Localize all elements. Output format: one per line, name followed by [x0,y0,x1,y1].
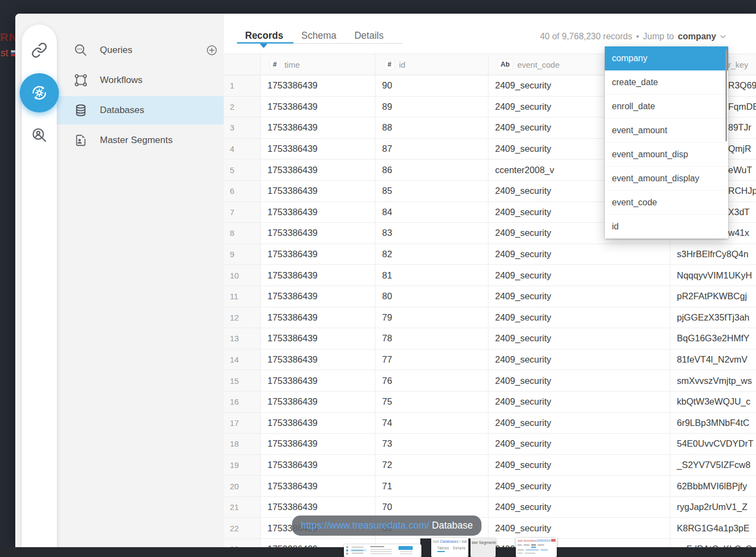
dropdown-item-event_amount[interactable]: event_amount [605,118,728,143]
jump-to-select[interactable]: company [678,32,716,42]
id-cell: 87 [376,139,489,159]
row-number-cell: 4 [224,139,261,159]
add-query-button[interactable] [206,44,218,56]
time-cell: 1753386439 [261,413,376,434]
thumb-databases-link: Databases [440,540,458,543]
window-thumbnail-current[interactable] [344,544,421,557]
table-row[interactable]: 201753386439712409_security62BbbMVI6lBPj… [224,476,756,497]
time-cell: 1753386439 [261,159,376,180]
row-number-cell: 21 [224,497,261,518]
time-cell: 1753386439 [261,328,376,349]
window-thumbnail-master-segments[interactable]: ster Segments [471,538,496,557]
dropdown-scrollbar[interactable] [725,50,727,141]
table-row[interactable]: 171753386439742409_security6r9LBp3MNbF4t… [224,413,756,434]
column-type-badge: # [270,60,279,69]
dropdown-item-enroll_date[interactable]: enroll_date [605,94,728,118]
table-row[interactable]: 211753386439702409_securityrygJap2rUmV1_… [224,497,756,518]
dropdown-item-event_code[interactable]: event_code [605,191,728,215]
row-number-cell: 10 [224,265,261,286]
table-row[interactable]: 151753386439762409_securitysmXvvszVmjtp_… [224,370,756,392]
nav-item-workflows[interactable]: Workflows [57,66,224,94]
key-cell: 81feVT4l_N2vmV [670,349,756,370]
row-number-cell: 13 [224,328,261,349]
key-cell: 62BbbMVI6lBPjfy [670,476,756,496]
id-cell: 84 [376,202,489,223]
records-toolbar: 40 of 9,768,230 records • Jump to compan… [540,32,726,42]
event-code-cell: 2409_security [489,434,670,454]
time-cell: 1753386439 [261,307,376,328]
nav-item-label: Master Segments [100,135,172,146]
time-cell: 1753386439 [261,370,376,391]
time-cell: 1753386439 [261,497,376,518]
header-cell-time[interactable]: #time [261,54,376,75]
column-dropdown: companycreate_dateenroll_dateevent_amoun… [605,46,728,239]
row-number-cell: 23 [224,539,261,547]
jump-to-label: Jump to [643,32,674,42]
table-row[interactable]: 121753386439792409_securitypjGGEzX35fTj3… [224,307,756,329]
id-cell: 78 [376,328,489,349]
table-row[interactable]: 131753386439782409_securityBqG16G3e2HMfY [224,328,756,349]
nav-item-databases[interactable]: Databases [57,96,224,125]
id-cell: 81 [376,265,489,286]
id-cell: 71 [376,476,489,496]
table-row[interactable]: 101753386439812409_securityNqqqyvVIM1UKy… [224,265,756,286]
event-code-cell: 2409_security [489,265,670,286]
queries-icon [74,43,88,57]
key-cell: 6r9LBp3MNbF4tC [670,413,756,434]
row-number-cell: 1 [224,75,261,96]
sync-hub-button[interactable] [20,73,59,112]
row-number-cell: 3 [224,117,261,138]
id-cell: 83 [376,223,489,244]
event-code-cell: 2409_security [489,476,670,496]
key-cell: 54E0UvvCVDYDrT [670,434,756,454]
dropdown-item-create_date[interactable]: create_date [605,70,728,94]
id-cell: 89 [376,97,489,117]
master-segments-icon [74,133,88,147]
tab-schema[interactable]: Schema [301,30,336,42]
id-cell: 77 [376,349,489,370]
key-cell: NqqqyvVIM1UKyH [670,265,756,286]
dropdown-item-event_amount_display[interactable]: event_amount_display [605,167,728,191]
chevron-down-icon[interactable] [720,35,726,39]
row-number-cell: 5 [224,159,261,180]
time-cell: 1753386439 [261,476,376,496]
tooltip-label: Database [432,520,473,531]
nav-item-queries[interactable]: Queries [57,36,224,64]
table-row[interactable]: 141753386439772409_security81feVT4l_N2vm… [224,349,756,371]
tab-details[interactable]: Details [354,30,384,42]
thumb-tab-details: Details [453,546,466,550]
window-thumbnail-databases[interactable]: nch Databases / dat Tables Details [431,538,468,557]
nav-item-master-segments[interactable]: Master Segments [57,126,224,155]
key-cell: zeFdRAtCeKLCvC [670,539,756,547]
table-row[interactable]: 111753386439802409_securitypR2FAtPKWBCgj [224,286,756,307]
key-cell: BqG16G3e2HMfY [670,328,756,349]
dropdown-item-company[interactable]: company [605,46,728,70]
window-thumbnail-job-activities[interactable]: Job Activities/2683534776 [516,538,557,557]
dropdown-item-id[interactable]: id [605,215,728,239]
thumb-status-chip [551,539,556,542]
time-cell: 1753386439 [261,223,376,244]
table-row[interactable]: 161753386439752409_securitykbQtW3eWQJU_c [224,392,756,413]
link-icon[interactable] [31,42,47,58]
table-row[interactable]: 181753386439732409_security54E0UvvCVDYDr… [224,434,756,455]
table-row[interactable]: 91753386439822409_securitys3HrBElfrCy8Q4… [224,244,756,265]
id-cell: 85 [376,181,489,202]
row-number-cell: 22 [224,518,261,538]
tab-records[interactable]: Records [245,30,283,42]
time-cell: 1753386439 [261,244,376,265]
tooltip-url: https://www.treasuredata.com/ [301,520,429,531]
row-number-cell: 11 [224,286,261,307]
profile-search-icon[interactable] [31,127,47,144]
thumb-breadcrumb-prefix: nch [433,540,439,543]
time-cell: 1753386439 [261,75,376,96]
key-cell: s3HrBElfrCy8Q4n [670,244,756,265]
nav-rail [22,25,57,547]
time-cell: 1753386439 [261,349,376,370]
id-cell: 90 [376,75,489,96]
event-code-cell: 2409_security [489,349,670,370]
dropdown-item-event_amount_disp[interactable]: event_amount_disp [605,143,728,167]
header-cell-id[interactable]: #id [376,54,489,75]
table-row[interactable]: 191753386439722409_security_S2YV7V5IZFcw… [224,455,756,476]
backdrop-text: st [1,48,8,59]
event-code-cell: 2409_security [489,413,670,434]
